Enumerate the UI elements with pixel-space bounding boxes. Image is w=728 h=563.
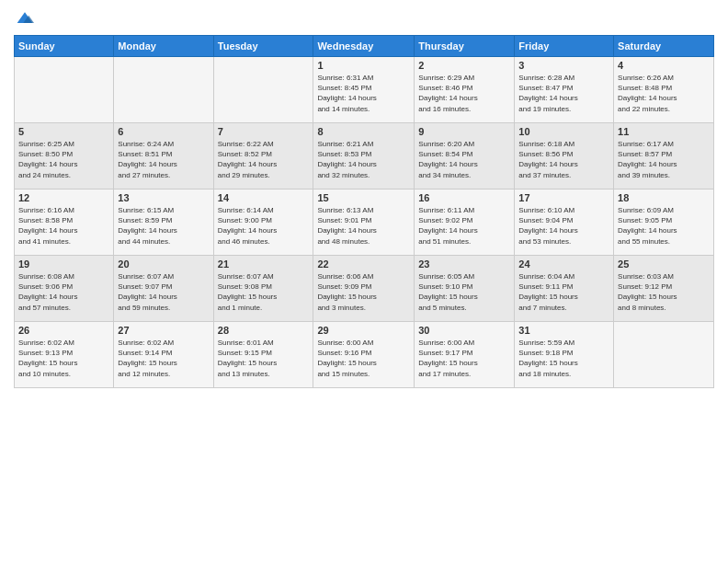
day-number: 5 [18,126,109,137]
day-info: Sunrise: 6:31 AM Sunset: 8:45 PM Dayligh… [317,73,410,114]
day-number: 20 [118,259,209,270]
weekday-header-wednesday: Wednesday [313,36,415,57]
calendar-cell: 8Sunrise: 6:21 AM Sunset: 8:53 PM Daylig… [313,123,415,190]
day-number: 8 [317,126,410,137]
day-info: Sunrise: 6:17 AM Sunset: 8:57 PM Dayligh… [618,139,710,180]
day-number: 17 [518,192,609,203]
day-info: Sunrise: 6:00 AM Sunset: 9:17 PM Dayligh… [418,338,510,379]
weekday-header-saturday: Saturday [614,36,714,57]
day-number: 11 [618,126,710,137]
day-number: 24 [518,259,609,270]
day-number: 25 [618,259,710,270]
day-info: Sunrise: 6:02 AM Sunset: 9:14 PM Dayligh… [118,338,209,379]
day-info: Sunrise: 6:07 AM Sunset: 9:08 PM Dayligh… [218,271,310,313]
calendar-cell [114,57,213,123]
calendar-cell: 28Sunrise: 6:01 AM Sunset: 9:15 PM Dayli… [213,322,313,388]
calendar-cell: 5Sunrise: 6:25 AM Sunset: 8:50 PM Daylig… [15,123,114,190]
day-info: Sunrise: 6:07 AM Sunset: 9:07 PM Dayligh… [118,271,209,313]
day-info: Sunrise: 6:08 AM Sunset: 9:06 PM Dayligh… [18,271,109,313]
day-number: 14 [218,192,310,203]
weekday-header-row: SundayMondayTuesdayWednesdayThursdayFrid… [15,36,714,57]
calendar-cell [614,322,714,388]
day-info: Sunrise: 6:09 AM Sunset: 9:05 PM Dayligh… [618,205,710,247]
day-info: Sunrise: 6:26 AM Sunset: 8:48 PM Dayligh… [618,73,710,114]
day-number: 21 [218,259,310,270]
calendar-cell: 13Sunrise: 6:15 AM Sunset: 8:59 PM Dayli… [114,190,213,256]
calendar-cell: 25Sunrise: 6:03 AM Sunset: 9:12 PM Dayli… [614,256,714,322]
calendar-cell: 22Sunrise: 6:06 AM Sunset: 9:09 PM Dayli… [313,256,415,322]
logo-icon [16,9,34,28]
calendar-cell: 17Sunrise: 6:10 AM Sunset: 9:04 PM Dayli… [515,190,614,256]
calendar-cell: 31Sunrise: 5:59 AM Sunset: 9:18 PM Dayli… [515,322,614,388]
day-info: Sunrise: 6:02 AM Sunset: 9:13 PM Dayligh… [18,338,109,379]
day-info: Sunrise: 6:24 AM Sunset: 8:51 PM Dayligh… [118,139,209,180]
calendar-cell: 18Sunrise: 6:09 AM Sunset: 9:05 PM Dayli… [614,190,714,256]
day-info: Sunrise: 6:03 AM Sunset: 9:12 PM Dayligh… [618,271,710,313]
day-info: Sunrise: 6:13 AM Sunset: 9:01 PM Dayligh… [317,205,410,247]
calendar-cell: 24Sunrise: 6:04 AM Sunset: 9:11 PM Dayli… [515,256,614,322]
day-info: Sunrise: 6:28 AM Sunset: 8:47 PM Dayligh… [518,73,609,114]
day-info: Sunrise: 6:06 AM Sunset: 9:09 PM Dayligh… [317,271,410,313]
day-info: Sunrise: 6:11 AM Sunset: 9:02 PM Dayligh… [418,205,510,247]
calendar-cell: 3Sunrise: 6:28 AM Sunset: 8:47 PM Daylig… [515,57,614,123]
calendar-week-row: 5Sunrise: 6:25 AM Sunset: 8:50 PM Daylig… [15,123,714,190]
day-info: Sunrise: 6:15 AM Sunset: 8:59 PM Dayligh… [118,205,209,247]
calendar-cell: 23Sunrise: 6:05 AM Sunset: 9:10 PM Dayli… [415,256,515,322]
day-info: Sunrise: 6:05 AM Sunset: 9:10 PM Dayligh… [418,271,510,313]
day-number: 23 [418,259,510,270]
day-number: 9 [418,126,510,137]
day-number: 7 [218,126,310,137]
calendar-cell: 10Sunrise: 6:18 AM Sunset: 8:56 PM Dayli… [515,123,614,190]
calendar-table: SundayMondayTuesdayWednesdayThursdayFrid… [14,35,714,388]
day-number: 28 [218,325,310,336]
calendar-week-row: 1Sunrise: 6:31 AM Sunset: 8:45 PM Daylig… [15,57,714,123]
day-number: 10 [518,126,609,137]
logo [14,9,34,28]
calendar-cell: 1Sunrise: 6:31 AM Sunset: 8:45 PM Daylig… [313,57,415,123]
day-number: 1 [317,60,410,71]
day-number: 2 [418,60,510,71]
day-number: 6 [118,126,209,137]
calendar-week-row: 19Sunrise: 6:08 AM Sunset: 9:06 PM Dayli… [15,256,714,322]
day-info: Sunrise: 6:10 AM Sunset: 9:04 PM Dayligh… [518,205,609,247]
day-info: Sunrise: 6:14 AM Sunset: 9:00 PM Dayligh… [218,205,310,247]
calendar-cell: 14Sunrise: 6:14 AM Sunset: 9:00 PM Dayli… [213,190,313,256]
day-number: 19 [18,259,109,270]
day-info: Sunrise: 6:18 AM Sunset: 8:56 PM Dayligh… [518,139,609,180]
day-number: 22 [317,259,410,270]
day-number: 13 [118,192,209,203]
calendar-cell [213,57,313,123]
day-number: 3 [518,60,609,71]
calendar-cell: 16Sunrise: 6:11 AM Sunset: 9:02 PM Dayli… [415,190,515,256]
header [14,9,714,28]
day-info: Sunrise: 6:16 AM Sunset: 8:58 PM Dayligh… [18,205,109,247]
weekday-header-thursday: Thursday [415,36,515,57]
day-number: 4 [618,60,710,71]
day-info: Sunrise: 6:20 AM Sunset: 8:54 PM Dayligh… [418,139,510,180]
calendar-cell: 19Sunrise: 6:08 AM Sunset: 9:06 PM Dayli… [15,256,114,322]
day-info: Sunrise: 6:29 AM Sunset: 8:46 PM Dayligh… [418,73,510,114]
calendar-cell: 26Sunrise: 6:02 AM Sunset: 9:13 PM Dayli… [15,322,114,388]
calendar-cell: 20Sunrise: 6:07 AM Sunset: 9:07 PM Dayli… [114,256,213,322]
weekday-header-monday: Monday [114,36,213,57]
day-info: Sunrise: 6:25 AM Sunset: 8:50 PM Dayligh… [18,139,109,180]
day-info: Sunrise: 6:00 AM Sunset: 9:16 PM Dayligh… [317,338,410,379]
calendar-week-row: 12Sunrise: 6:16 AM Sunset: 8:58 PM Dayli… [15,190,714,256]
day-number: 18 [618,192,710,203]
calendar-week-row: 26Sunrise: 6:02 AM Sunset: 9:13 PM Dayli… [15,322,714,388]
day-number: 31 [518,325,609,336]
day-number: 12 [18,192,109,203]
calendar-cell: 29Sunrise: 6:00 AM Sunset: 9:16 PM Dayli… [313,322,415,388]
day-info: Sunrise: 5:59 AM Sunset: 9:18 PM Dayligh… [518,338,609,379]
calendar-cell: 21Sunrise: 6:07 AM Sunset: 9:08 PM Dayli… [213,256,313,322]
calendar-cell: 30Sunrise: 6:00 AM Sunset: 9:17 PM Dayli… [415,322,515,388]
day-number: 15 [317,192,410,203]
day-info: Sunrise: 6:04 AM Sunset: 9:11 PM Dayligh… [518,271,609,313]
weekday-header-tuesday: Tuesday [213,36,313,57]
calendar-cell: 2Sunrise: 6:29 AM Sunset: 8:46 PM Daylig… [415,57,515,123]
calendar-cell: 15Sunrise: 6:13 AM Sunset: 9:01 PM Dayli… [313,190,415,256]
calendar-cell: 12Sunrise: 6:16 AM Sunset: 8:58 PM Dayli… [15,190,114,256]
weekday-header-friday: Friday [515,36,614,57]
calendar-cell: 6Sunrise: 6:24 AM Sunset: 8:51 PM Daylig… [114,123,213,190]
day-number: 26 [18,325,109,336]
